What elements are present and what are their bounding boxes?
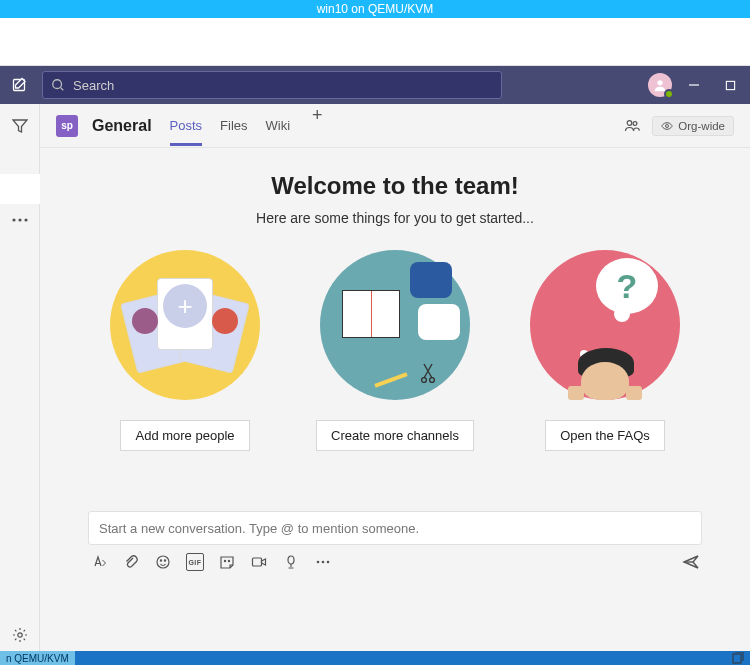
svg-point-13: [157, 556, 169, 568]
blank-strip: [0, 18, 750, 66]
svg-point-6: [24, 218, 27, 221]
vm-title-bar: win10 on QEMU/KVM: [0, 0, 750, 18]
card-add-people: + Add more people: [100, 250, 270, 451]
svg-point-14: [160, 560, 161, 561]
svg-point-17: [228, 560, 229, 561]
svg-point-16: [224, 560, 225, 561]
card-add-people-art: +: [110, 250, 260, 400]
svg-point-12: [430, 378, 435, 383]
svg-point-8: [628, 120, 633, 125]
welcome-title: Welcome to the team!: [40, 172, 750, 200]
svg-point-7: [18, 633, 22, 637]
more-compose-icon[interactable]: [314, 553, 332, 571]
svg-point-20: [317, 561, 320, 564]
channel-name: General: [92, 117, 152, 135]
send-icon[interactable]: [682, 553, 700, 571]
add-people-button[interactable]: Add more people: [120, 420, 249, 451]
main-column: sp General Posts Files Wiki +: [40, 104, 750, 651]
plus-icon: +: [163, 284, 207, 328]
taskbar-fragment: n QEMU/KVM: [0, 651, 750, 665]
team-members-icon[interactable]: [624, 118, 640, 134]
compose-toolbar: GIF: [88, 545, 702, 571]
search-placeholder: Search: [73, 78, 114, 93]
svg-point-4: [12, 218, 15, 221]
svg-point-5: [18, 218, 21, 221]
search-icon: [51, 78, 65, 92]
user-avatar[interactable]: [648, 73, 672, 97]
attach-icon[interactable]: [122, 553, 140, 571]
corner-icon: [732, 652, 744, 664]
svg-point-2: [657, 80, 662, 85]
card-open-faqs: ? Open the FAQs: [520, 250, 690, 451]
settings-icon[interactable]: [0, 627, 40, 643]
svg-rect-18: [253, 558, 262, 566]
svg-rect-3: [726, 81, 734, 89]
eye-icon: [661, 120, 673, 132]
channel-header: sp General Posts Files Wiki +: [40, 104, 750, 148]
sticker-icon[interactable]: [218, 553, 236, 571]
svg-point-11: [422, 378, 427, 383]
search-box[interactable]: Search: [42, 71, 502, 99]
compose-placeholder: Start a new conversation. Type @ to ment…: [99, 521, 419, 536]
minimize-button[interactable]: [680, 71, 708, 99]
svg-point-21: [322, 561, 325, 564]
svg-point-1: [53, 80, 62, 89]
team-avatar[interactable]: sp: [56, 115, 78, 137]
welcome-panel: Welcome to the team! Here are some thing…: [40, 148, 750, 651]
rail-selected-bg: [0, 174, 40, 204]
stream-icon[interactable]: [282, 553, 300, 571]
svg-point-10: [666, 124, 669, 127]
left-rail: [0, 104, 40, 651]
format-icon[interactable]: [90, 553, 108, 571]
more-icon[interactable]: [6, 206, 34, 234]
compose-area: Start a new conversation. Type @ to ment…: [40, 511, 750, 577]
svg-point-19: [288, 556, 294, 564]
meet-now-icon[interactable]: [250, 553, 268, 571]
gif-icon[interactable]: GIF: [186, 553, 204, 571]
tab-files[interactable]: Files: [220, 106, 247, 146]
emoji-icon[interactable]: [154, 553, 172, 571]
compose-input[interactable]: Start a new conversation. Type @ to ment…: [88, 511, 702, 545]
svg-point-15: [164, 560, 165, 561]
svg-point-22: [327, 561, 330, 564]
app-header: Search: [0, 66, 750, 104]
tab-wiki[interactable]: Wiki: [266, 106, 291, 146]
taskbar-label: n QEMU/KVM: [0, 651, 75, 665]
tab-posts[interactable]: Posts: [170, 106, 203, 146]
create-channels-button[interactable]: Create more channels: [316, 420, 474, 451]
card-open-faqs-art: ?: [530, 250, 680, 400]
question-mark-icon: ?: [596, 258, 658, 314]
new-message-button[interactable]: [6, 71, 34, 99]
open-faqs-button[interactable]: Open the FAQs: [545, 420, 665, 451]
svg-point-9: [633, 121, 637, 125]
welcome-subtitle: Here are some things for you to get star…: [40, 210, 750, 226]
orgwide-badge[interactable]: Org-wide: [652, 116, 734, 136]
maximize-button[interactable]: [716, 71, 744, 99]
channel-tabs: Posts Files Wiki +: [170, 106, 327, 146]
card-create-channels: Create more channels: [310, 250, 480, 451]
presence-indicator: [664, 89, 674, 99]
card-create-channels-art: [320, 250, 470, 400]
orgwide-label: Org-wide: [678, 120, 725, 132]
filter-icon[interactable]: [6, 112, 34, 140]
svg-rect-23: [733, 654, 741, 663]
add-tab-button[interactable]: +: [308, 106, 327, 146]
